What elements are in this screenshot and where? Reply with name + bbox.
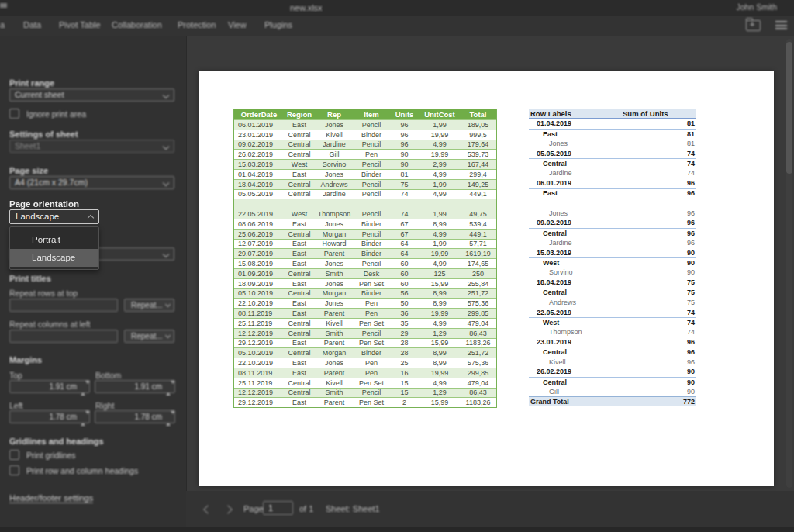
margin-bottom-spinner[interactable]: 1.91 cm [95, 380, 175, 393]
menu-tab-plugins[interactable]: Plugins [264, 20, 292, 29]
menu-tab-view[interactable]: View [228, 20, 247, 29]
table-row: 05.10.2019CentralMorganBinder568,99251,7… [234, 288, 496, 299]
margin-left-value: 1.78 cm [49, 413, 77, 421]
pivot-row: Central75 [529, 288, 696, 298]
spinner-arrows-icon[interactable] [81, 382, 86, 392]
spinner-arrows-icon[interactable] [166, 382, 171, 392]
table-cell: 25.06.2019 [234, 230, 284, 239]
page-number-input[interactable]: 1 [263, 501, 293, 515]
table-cell: 29.07.2019 [234, 249, 284, 258]
table-cell: 15.03.2019 [234, 160, 284, 169]
table-cell: East [284, 219, 315, 229]
table-cell: Smith [315, 389, 354, 398]
spinner-arrows-icon[interactable] [166, 413, 171, 422]
table-cell: 57,71 [460, 240, 496, 249]
table-cell: Kivell [315, 319, 354, 328]
table-cell: Sorvino [315, 160, 354, 169]
table-cell: Jardine [315, 140, 354, 150]
table-cell: 575,36 [460, 358, 496, 368]
menu-tab-data[interactable]: Data [23, 20, 41, 29]
table-cell: 449,1 [460, 190, 496, 199]
view-settings-icon[interactable] [775, 21, 787, 29]
pivot-row [529, 198, 696, 208]
table-row: 01.09.2019CentralSmithDesk60125250 [234, 268, 496, 278]
margin-right-spinner[interactable]: 1.78 cm [95, 410, 175, 423]
print-gridlines-checkbox[interactable] [9, 450, 19, 460]
pivot-row-label: Central [529, 230, 625, 237]
table-cell: 29.12.2019 [234, 398, 284, 407]
table-cell: 1,29 [419, 389, 460, 398]
margin-top-spinner[interactable]: 1.91 cm [9, 380, 90, 393]
table-row: 25.11.2019CentralKivellPen Set154,99479,… [234, 378, 496, 388]
table-cell: Binder [354, 348, 389, 358]
print-range-value: Current sheet [15, 90, 64, 99]
pivot-row-label: 09.02.2019 [529, 219, 625, 226]
table-cell: Central [284, 389, 315, 398]
pivot-row-label: 05.05.2019 [529, 150, 625, 157]
header-footer-settings-link[interactable]: Header/footer settings [9, 493, 93, 503]
menu-tab-clipped[interactable]: a [0, 20, 8, 29]
table-row: 12.12.2019CentralSmithPencil291,2986,43 [234, 328, 496, 338]
repeat-rows-button[interactable]: Repeat... [124, 299, 174, 312]
repeat-rows-input[interactable] [9, 299, 118, 312]
table-cell: 149,25 [460, 180, 496, 189]
pivot-row-label: Thompson [529, 328, 625, 336]
menu-tab-pivot-table[interactable]: Pivot Table [59, 20, 101, 29]
table-cell: 74 [389, 209, 419, 219]
preview-scrollbar[interactable] [786, 39, 792, 488]
table-cell: 12.12.2019 [234, 329, 284, 338]
table-cell: Smith [315, 329, 354, 338]
table-cell: Pen Set [354, 319, 389, 328]
margin-left-spinner[interactable]: 1.78 cm [9, 410, 90, 423]
ignore-print-area-label: Ignore print area [26, 109, 86, 119]
table-cell: 1,99 [419, 209, 460, 219]
page-size-select[interactable]: A4 (21cm x 29.7cm) [9, 176, 174, 189]
spinner-arrows-icon[interactable] [81, 413, 86, 422]
table-cell: East [284, 240, 315, 249]
menu-tab-protection[interactable]: Protection [178, 20, 216, 29]
pivot-row-value: 96 [625, 189, 696, 197]
table-cell: Pencil [354, 160, 389, 169]
scrollbar-thumb[interactable] [786, 42, 792, 174]
table-cell: Pencil [354, 140, 389, 150]
menu-tab-collaboration[interactable]: Collaboration [112, 20, 162, 29]
table-cell: East [284, 259, 315, 268]
pivot-row-value: 74 [625, 150, 696, 157]
table-cell: 29 [389, 329, 419, 338]
margin-bottom-value: 1.91 cm [134, 382, 162, 391]
pivot-row-label: Central [529, 348, 625, 356]
orientation-option-landscape[interactable]: Landscape [10, 249, 98, 267]
previous-page-icon[interactable] [203, 505, 212, 513]
pivot-row-value: 96 [625, 219, 696, 226]
pivot-row-label: West [529, 259, 625, 267]
page-orientation-select[interactable]: Landscape [9, 209, 99, 224]
table-cell: Jones [315, 120, 354, 130]
pivot-row-value: 772 [625, 398, 696, 406]
pivot-row-label: Central [529, 378, 625, 386]
table-cell: Pen [354, 309, 389, 318]
table-cell: 299,4 [460, 170, 496, 179]
document-title: new.xlsx [290, 3, 323, 12]
table-cell: Parent [315, 309, 354, 318]
table-cell: 90 [389, 150, 419, 159]
open-file-location-icon[interactable] [746, 20, 761, 31]
table-cell: 539,4 [460, 219, 496, 229]
table-cell: Central [284, 230, 315, 239]
table-cell: 8,99 [419, 219, 460, 229]
table-cell: 8,99 [419, 289, 460, 299]
next-page-icon[interactable] [223, 505, 232, 513]
print-range-select[interactable]: Current sheet [9, 88, 174, 102]
table-cell: 23.01.2019 [234, 130, 284, 140]
pivot-row: Andrews75 [529, 297, 696, 307]
print-headings-checkbox[interactable] [9, 465, 19, 475]
table-row: 05.10.2019CentralMorganBinder288,99251,7… [234, 347, 496, 358]
orientation-option-portrait[interactable]: Portrait [10, 231, 98, 249]
sheet-select[interactable]: Sheet1 [9, 140, 174, 153]
pivot-row: Central90 [529, 377, 696, 387]
pivot-row-label: Gill [529, 388, 625, 396]
repeat-cols-button[interactable]: Repeat... [124, 330, 174, 343]
repeat-cols-input[interactable] [9, 330, 118, 343]
table-cell: West [284, 209, 315, 219]
ignore-print-area-checkbox[interactable] [9, 109, 19, 119]
table-cell: Andrews [315, 180, 354, 189]
